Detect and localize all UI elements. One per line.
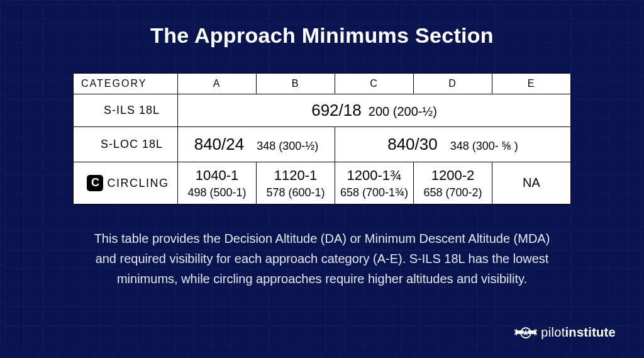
header-col-a: A xyxy=(178,74,257,94)
table-header-row: CATEGORY A B C D E xyxy=(74,74,571,94)
circling-cell-b: 1120-1 578 (600-1) xyxy=(257,162,335,204)
row-ils-value: 692/18 200 (200-½) xyxy=(178,94,571,127)
row-ils-label: S-ILS 18L xyxy=(74,94,178,127)
brand-logo: pilotinstitute xyxy=(514,325,616,340)
brand-name-light: pilot xyxy=(541,325,565,339)
circling-b-bot: 578 (600-1) xyxy=(257,185,335,200)
circling-c-bot: 658 (700-1¾) xyxy=(335,185,413,200)
header-col-b: B xyxy=(257,74,335,94)
row-ils: S-ILS 18L 692/18 200 (200-½) xyxy=(74,94,571,127)
ils-value-small: 200 (200-½) xyxy=(369,104,437,118)
brand-text: pilotinstitute xyxy=(541,325,616,340)
circling-badge-icon: C xyxy=(87,175,103,191)
circling-label-text: CIRCLING xyxy=(107,176,169,189)
circling-cell-c: 1200-1¾ 658 (700-1¾) xyxy=(335,162,414,204)
row-circling: CCIRCLING 1040-1 498 (500-1) 1120-1 578 … xyxy=(74,162,571,204)
brand-name-bold: institute xyxy=(565,325,616,339)
header-category: CATEGORY xyxy=(74,74,178,94)
circling-a-top: 1040-1 xyxy=(178,166,256,185)
row-loc: S-LOC 18L 840/24 348 (300-½) 840/30 348 … xyxy=(74,127,571,162)
loc-left-small: 348 (300-½) xyxy=(257,140,318,152)
circling-cell-a: 1040-1 498 (500-1) xyxy=(178,162,257,204)
loc-right-big: 840/30 xyxy=(387,135,438,154)
circling-a-bot: 498 (500-1) xyxy=(178,185,256,200)
row-loc-left: 840/24 348 (300-½) xyxy=(178,127,335,162)
circling-cell-e: NA xyxy=(492,162,571,204)
circling-d-bot: 658 (700-2) xyxy=(414,185,492,200)
circling-cell-d: 1200-2 658 (700-2) xyxy=(414,162,492,204)
row-circling-label: CCIRCLING xyxy=(74,162,178,204)
row-loc-label: S-LOC 18L xyxy=(74,127,178,162)
page-title: The Approach Minimums Section xyxy=(150,23,494,48)
ils-value-big: 692/18 xyxy=(311,101,362,120)
loc-right-small: 348 (300- ⅝ ) xyxy=(450,140,518,152)
circling-d-top: 1200-2 xyxy=(414,166,492,185)
header-col-d: D xyxy=(414,74,492,94)
row-loc-right: 840/30 348 (300- ⅝ ) xyxy=(335,127,571,162)
minimums-table: CATEGORY A B C D E S-ILS 18L 692/18 200 … xyxy=(73,73,571,204)
loc-left-big: 840/24 xyxy=(194,135,245,154)
header-col-c: C xyxy=(335,74,414,94)
circling-c-top: 1200-1¾ xyxy=(335,166,413,185)
header-col-e: E xyxy=(492,74,571,94)
description-text: This table provides the Decision Altitud… xyxy=(89,228,555,289)
wings-badge-icon xyxy=(514,326,537,340)
info-card: The Approach Minimums Section CATEGORY A… xyxy=(4,4,640,354)
circling-b-top: 1120-1 xyxy=(257,166,335,185)
